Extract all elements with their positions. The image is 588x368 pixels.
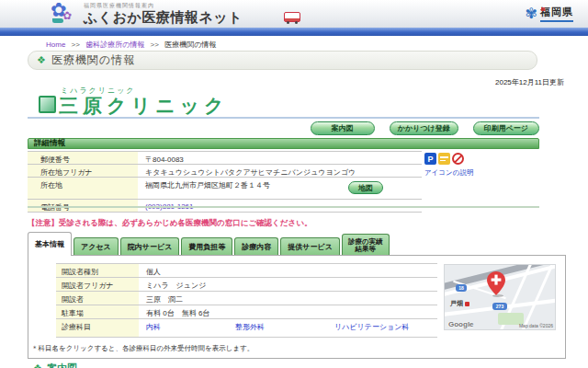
title-underline — [28, 117, 539, 119]
tab-cost-burden[interactable]: 費用負担等 — [181, 237, 232, 256]
departments-cell: 内科 整形外科 リハビリテーション科 — [139, 319, 437, 337]
department-orthopedics-link[interactable]: 整形外科 — [235, 322, 334, 337]
details-header-bar: 詳細情報 — [28, 138, 539, 149]
table-row: 開設者 三原 潤二 — [56, 292, 437, 305]
table-row: 開設者種別 個人 — [56, 264, 437, 278]
no-smoking-icon — [452, 153, 464, 165]
diamond-icon: ❖ — [37, 55, 46, 65]
founder-furigana-value: ミハラ ジュンジ — [139, 278, 437, 291]
section-divider — [28, 206, 539, 208]
leaf-icon — [52, 18, 63, 23]
departments-note: ＊科目名をクリックすると、各診療科目の外来受付時間を表示します。 — [31, 344, 254, 353]
pref-red-accent — [541, 7, 545, 11]
row-label: 郵便番号 — [28, 152, 138, 164]
route-shield: 18 — [456, 284, 467, 292]
breadcrumb-separator: >> — [151, 40, 159, 49]
breadcrumb-separator: >> — [72, 40, 80, 49]
postal-code-value: 〒804-0083 — [138, 152, 422, 164]
clinic-name: 三原クリニック — [59, 93, 228, 119]
station-label: 戸畑 — [450, 299, 469, 308]
table-row: 所在地フリガナ キタキュウシュウシトバタクアサヒマチニバンジュウヨンゴウ — [28, 165, 422, 178]
table-row: 所在地 福岡県北九州市戸畑区旭町２番１４号 地図 — [28, 178, 422, 200]
row-label: 開設者 — [56, 292, 139, 305]
next-section-title: 案内図 — [47, 362, 77, 368]
hospital-pin-icon — [487, 271, 505, 295]
section-title-bar: ❖ 医療機関の情報 — [28, 51, 537, 70]
diamond-icon: ❖ — [33, 363, 42, 368]
clinic-square-icon — [39, 96, 56, 113]
caution-notice: 【注意】受診される際は、必ずあらかじめ各医療機関の窓口にご確認ください。 — [28, 218, 311, 229]
tab-medical-contents[interactable]: 診療内容 — [234, 237, 278, 256]
card-icon — [438, 153, 450, 165]
updated-date: 2025年12月11日更新 — [495, 77, 564, 87]
site-subtitle: 福岡県医療機関情報案内 — [84, 2, 243, 9]
google-logo: Google — [448, 320, 474, 328]
department-rehabilitation-link[interactable]: リハビリテーション科 — [334, 322, 410, 337]
section-title: 医療機関の情報 — [51, 52, 135, 68]
tab-provided-services[interactable]: 提供サービス — [280, 237, 340, 256]
founder-value: 三原 潤二 — [139, 292, 437, 305]
department-internal-medicine-link[interactable]: 内科 — [146, 322, 235, 337]
google-map[interactable]: 18 273 戸畑 Google Map data ©2026 — [444, 264, 556, 330]
basic-info-panel: 開設者種別 個人 開設者フリガナ ミハラ ジュンジ 開設者 三原 潤二 駐車場 … — [28, 255, 566, 359]
action-buttons: 案内図 かかりつけ登録 印刷用ページ — [28, 121, 539, 135]
map-copyright: Map data ©2026 — [519, 323, 553, 328]
pref-underbar — [540, 20, 573, 22]
address-furigana-value: キタキュウシュウシトバタクアサヒマチニバンジュウヨンゴウ — [138, 165, 422, 177]
breadcrumb-dental-link[interactable]: 歯科診療所の情報 — [85, 40, 144, 49]
row-label: 診療科目 — [56, 319, 139, 337]
train-icon — [465, 302, 469, 306]
route-shield: 273 — [492, 303, 507, 310]
tab-in-hospital-services[interactable]: 院内サービス — [120, 237, 180, 256]
breadcrumb: Home >> 歯科診療所の情報 >> 医療機関の情報 — [46, 40, 216, 50]
tab-access[interactable]: アクセス — [74, 237, 119, 256]
parking-value: 有料 0台 無料 6台 — [139, 305, 437, 318]
site-title: ふくおか医療情報ネット — [84, 9, 243, 25]
tab-bar: 基本情報 アクセス 院内サービス 費用負担等 診療内容 提供サービス 診療の実績… — [28, 232, 390, 256]
guide-map-button[interactable]: 案内図 — [311, 121, 375, 135]
table-row: 開設者フリガナ ミハラ ジュンジ — [56, 278, 437, 292]
tab-basic-info[interactable]: 基本情報 — [28, 232, 72, 256]
page: ✿ ✿ 福岡県医療機関情報案内 ふくおか医療情報ネット ✾ 福岡県 Home >… — [0, 0, 588, 368]
pref-flower-icon: ✾ — [526, 6, 537, 22]
table-row: 駐車場 有料 0台 無料 6台 — [56, 305, 437, 319]
table-row: 診療科目 内科 整形外科 リハビリテーション科 — [56, 319, 437, 338]
prefecture-logo[interactable]: ✾ 福岡県 — [526, 6, 573, 22]
basic-info-table: 開設者種別 個人 開設者フリガナ ミハラ ジュンジ 開設者 三原 潤二 駐車場 … — [56, 263, 437, 338]
table-row: 郵便番号 〒804-0083 — [28, 152, 422, 165]
tab-results[interactable]: 診療の実績 結果等 — [342, 234, 390, 256]
site-logo[interactable]: ✿ ✿ 福岡県医療機関情報案内 ふくおか医療情報ネット — [51, 1, 289, 27]
print-page-button[interactable]: 印刷用ページ — [473, 121, 539, 135]
row-label: 所在地フリガナ — [28, 165, 138, 177]
next-section-heading: ❖ 案内図 — [33, 362, 77, 368]
pref-name: 福岡県 — [540, 6, 573, 19]
founder-type-value: 個人 — [139, 264, 437, 277]
site-header: ✿ ✿ 福岡県医療機関情報案内 ふくおか医療情報ネット ✾ 福岡県 — [0, 0, 588, 29]
row-label: 開設者フリガナ — [56, 278, 139, 291]
flower-small-icon: ✿ — [62, 9, 72, 22]
details-title: 詳細情報 — [34, 138, 65, 149]
details-table: 郵便番号 〒804-0083 所在地フリガナ キタキュウシュウシトバタクアサヒマ… — [28, 151, 422, 213]
ambulance-icon — [284, 12, 300, 22]
map-button[interactable]: 地図 — [348, 181, 383, 194]
header-blue-bar — [0, 28, 588, 36]
row-label: 駐車場 — [56, 305, 139, 318]
facility-icons: P — [424, 153, 464, 165]
row-label: 所在地 — [28, 178, 138, 199]
row-label: 開設者種別 — [56, 264, 139, 277]
breadcrumb-home-link[interactable]: Home — [46, 40, 65, 49]
parking-icon: P — [424, 153, 436, 165]
icons-explanation-link[interactable]: アイコンの説明 — [424, 168, 473, 178]
address-value: 福岡県北九州市戸畑区旭町２番１４号 地図 — [138, 178, 422, 199]
breadcrumb-current: 医療機関の情報 — [164, 40, 216, 49]
kakaritsuke-register-button[interactable]: かかりつけ登録 — [390, 121, 458, 135]
